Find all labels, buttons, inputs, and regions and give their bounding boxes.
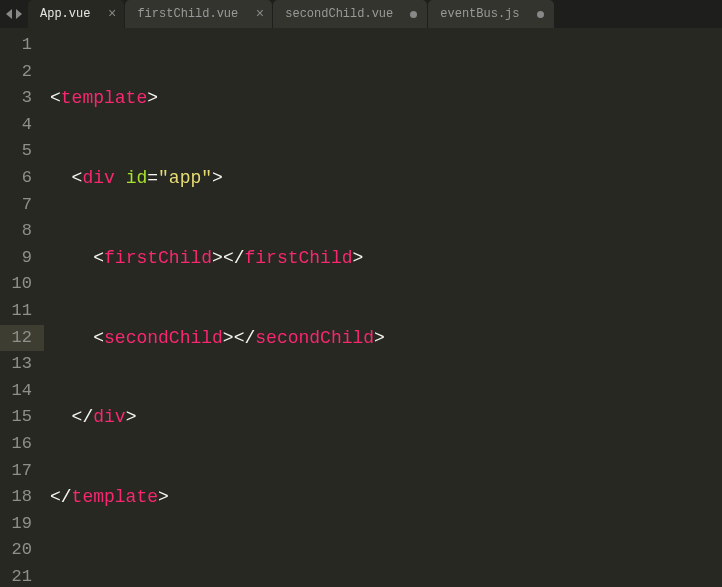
nav-forward-icon[interactable] [16,9,22,19]
close-icon[interactable]: × [108,6,116,22]
code-line: <firstChild></firstChild> [50,245,722,272]
line-number[interactable]: 5 [0,138,44,165]
code-line: <template> [50,85,722,112]
code-line: </template> [50,484,722,511]
line-number[interactable]: 1 [0,32,44,59]
tab-label: App.vue [40,7,90,21]
line-number[interactable]: 21 [0,564,44,587]
code-line: </div> [50,404,722,431]
nav-arrows [0,9,28,19]
line-number[interactable]: 3 [0,85,44,112]
line-number[interactable]: 10 [0,271,44,298]
code-area[interactable]: <template> <div id="app"> <firstChild></… [44,28,722,587]
code-line: <secondChild></secondChild> [50,325,722,352]
tab-firstchild-vue[interactable]: firstChild.vue × [125,0,272,28]
close-icon[interactable]: × [256,6,264,22]
tab-label: eventBus.js [440,7,519,21]
dirty-indicator-icon[interactable] [410,11,417,18]
tab-eventbus-js[interactable]: eventBus.js [428,0,553,28]
line-number[interactable]: 13 [0,351,44,378]
tabs: App.vue × firstChild.vue × secondChild.v… [28,0,722,28]
line-number[interactable]: 15 [0,404,44,431]
tab-label: firstChild.vue [137,7,238,21]
tab-app-vue[interactable]: App.vue × [28,0,124,28]
line-number[interactable]: 16 [0,431,44,458]
line-number[interactable]: 18 [0,484,44,511]
tab-secondchild-vue[interactable]: secondChild.vue [273,0,427,28]
code-line: <div id="app"> [50,165,722,192]
line-number[interactable]: 7 [0,192,44,219]
line-number[interactable]: 12 [0,325,44,352]
line-number[interactable]: 20 [0,537,44,564]
header-bar: App.vue × firstChild.vue × secondChild.v… [0,0,722,28]
dirty-indicator-icon[interactable] [537,11,544,18]
line-number[interactable]: 2 [0,59,44,86]
line-number[interactable]: 14 [0,378,44,405]
gutter: 123456789101112131415161718192021 [0,28,44,587]
editor: 123456789101112131415161718192021 <templ… [0,28,722,587]
line-number[interactable]: 19 [0,511,44,538]
nav-back-icon[interactable] [6,9,12,19]
line-number[interactable]: 17 [0,458,44,485]
line-number[interactable]: 6 [0,165,44,192]
line-number[interactable]: 8 [0,218,44,245]
line-number[interactable]: 4 [0,112,44,139]
line-number[interactable]: 11 [0,298,44,325]
code-line [50,564,722,587]
tab-label: secondChild.vue [285,7,393,21]
line-number[interactable]: 9 [0,245,44,272]
